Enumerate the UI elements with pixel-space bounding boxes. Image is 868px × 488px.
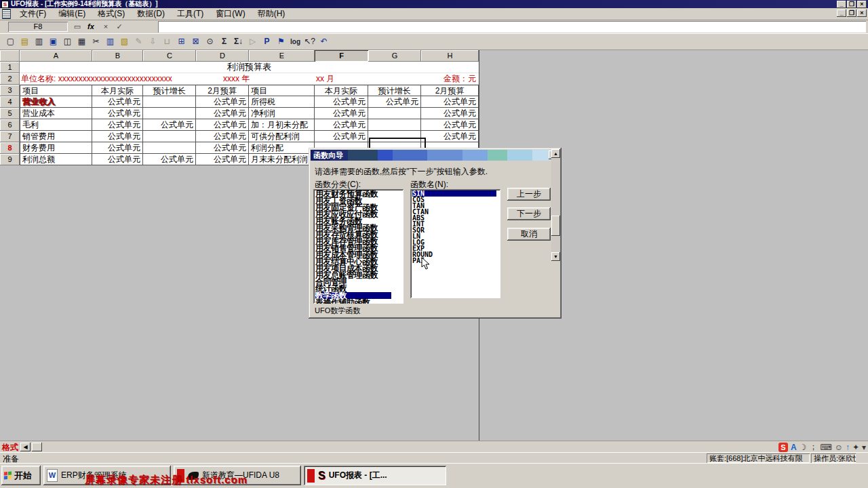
function-item[interactable]: INT	[412, 221, 500, 227]
grid-cell[interactable]: 公式单元	[196, 142, 249, 154]
grid-cell[interactable]: 2月预算	[421, 85, 479, 96]
formula-input[interactable]	[158, 21, 866, 33]
row-header[interactable]: 4	[0, 96, 20, 108]
flag-icon[interactable]: ⚑	[274, 35, 288, 48]
cell-reference-box[interactable]: F8	[8, 22, 68, 32]
restore-button[interactable]: ❐	[847, 1, 856, 8]
function-item[interactable]: ABS	[412, 215, 500, 221]
child-close-button[interactable]: ×	[857, 9, 867, 17]
menu-item[interactable]: 工具(T)	[171, 8, 210, 20]
grid-cell[interactable]: 预计增长	[143, 85, 196, 96]
column-header[interactable]: C	[143, 50, 196, 62]
category-listbox[interactable]: 用友财务预算函数用友工资函数用友固定资产函数用友应收应付函数用友账务函数用友采购…	[313, 189, 403, 304]
moon-icon[interactable]: ☽	[800, 443, 807, 452]
arrow-up-icon[interactable]: ↑	[846, 443, 850, 452]
grid-cell[interactable]: 预计增长	[368, 85, 421, 96]
format-painter-icon[interactable]: ✎	[132, 35, 146, 48]
menu-item[interactable]: 格式(S)	[92, 8, 131, 20]
row-header[interactable]: 9	[0, 154, 20, 165]
cut-icon[interactable]: ✂	[89, 35, 103, 48]
grid-cell[interactable]: 公式单元	[315, 96, 368, 108]
soft-keyboard-icon[interactable]: ⌨	[820, 443, 831, 452]
grid-cell[interactable]: 公式单元	[92, 108, 143, 119]
print-icon[interactable]: ▦	[75, 35, 89, 48]
scrollbar-thumb[interactable]	[551, 216, 560, 236]
open-folder-icon[interactable]: ▤	[18, 35, 32, 48]
grid-cell[interactable]: 财务费用	[20, 142, 92, 154]
sum-down-icon[interactable]: Σ↓	[231, 35, 245, 48]
merge-cells-icon[interactable]: ⊠	[189, 35, 203, 48]
dialog-title-bar[interactable]: 函数向导	[311, 150, 559, 161]
grid-cell[interactable]: 公式单元	[315, 108, 368, 119]
menu-item[interactable]: 文件(F)	[14, 8, 52, 20]
new-doc-icon[interactable]: ▢	[3, 35, 18, 48]
start-button[interactable]: 开始	[1, 466, 41, 485]
column-header[interactable]: E	[249, 50, 315, 62]
grid-cell[interactable]: 可供分配利润	[249, 131, 315, 142]
grid-cell[interactable]: 公式单元	[315, 131, 368, 142]
grid-cell[interactable]	[368, 119, 421, 131]
grid-cell[interactable]: 项目	[20, 85, 92, 96]
category-scrollbar[interactable]: ▲ ▼	[551, 149, 560, 261]
grid-cell[interactable]: 公式单元	[421, 131, 479, 142]
function-item[interactable]: SQR	[412, 227, 500, 233]
copy-icon[interactable]: ▥	[103, 35, 117, 48]
grid-cell[interactable]: 公式单元	[143, 154, 196, 165]
grid-cell[interactable]: 加：月初未分配	[249, 119, 315, 131]
grid-cell[interactable]: 公式单元	[92, 154, 143, 165]
grid-cell[interactable]: 公式单元	[196, 96, 249, 108]
grid-cell[interactable]: 公式单元	[92, 119, 143, 131]
grid-cell[interactable]: 公式单元	[421, 96, 479, 108]
grid-cell[interactable]: 公式单元	[315, 119, 368, 131]
child-restore-button[interactable]: ❐	[847, 9, 856, 17]
row-header[interactable]: 1	[0, 62, 20, 73]
grid-cell[interactable]	[143, 108, 196, 119]
collapse-arrow-icon[interactable]: ▾	[862, 443, 866, 452]
grid-cell[interactable]: 利润总额	[20, 154, 92, 165]
grid-cell[interactable]: 本月实际	[92, 85, 143, 96]
grid-cell[interactable]: 项目	[249, 85, 315, 96]
menu-item[interactable]: 帮助(H)	[252, 8, 292, 20]
grid-cell[interactable]: 公式单元	[143, 119, 196, 131]
grid-cell[interactable]	[143, 142, 196, 154]
unit-info-cell[interactable]: 单位名称: xxxxxxxxxxxxxxxxxxxxxxxxxxxx xxxx …	[20, 73, 479, 85]
row-header[interactable]: 6	[0, 119, 20, 131]
wrench-icon[interactable]: ✦	[852, 443, 859, 452]
column-header[interactable]: H	[421, 50, 479, 62]
grid-cell[interactable]: 公式单元	[92, 131, 143, 142]
tab-scroll-left-icon[interactable]: ◀	[20, 443, 31, 451]
column-header[interactable]: B	[92, 50, 143, 62]
previous-step-button[interactable]: 上一步	[507, 188, 551, 201]
grid-cell[interactable]: 公式单元	[196, 119, 249, 131]
tab-scroll-spacer[interactable]	[32, 443, 42, 451]
confirm-entry-icon[interactable]: ✓	[114, 22, 125, 32]
grid-cell[interactable]: 公式单元	[196, 131, 249, 142]
cancel-entry-icon[interactable]: ×	[100, 22, 111, 32]
user-icon[interactable]: ☺	[835, 443, 843, 452]
scroll-down-icon[interactable]: ▼	[551, 252, 560, 261]
sogou-ime-icon[interactable]: S	[778, 443, 788, 452]
table-grid-icon[interactable]: ⊞	[174, 35, 189, 48]
scroll-up-icon[interactable]: ▲	[551, 149, 560, 158]
grid-cell[interactable]: 公式单元	[421, 108, 479, 119]
print-preview-icon[interactable]: ◫	[60, 35, 75, 48]
underline-arrow-icon[interactable]: ⊔	[160, 35, 174, 48]
column-header[interactable]: A	[20, 50, 92, 62]
grid-cell[interactable]: 营业收入	[20, 96, 92, 108]
grid-cell[interactable]: 公式单元	[421, 119, 479, 131]
row-header[interactable]: 3	[0, 85, 20, 96]
grid-cell[interactable]: 本月实际	[315, 85, 368, 96]
copy-page-icon[interactable]: ▥	[32, 35, 46, 48]
sum-icon[interactable]: Σ	[217, 35, 231, 48]
report-title-cell[interactable]: 利润预算表	[20, 62, 479, 73]
function-item[interactable]: CTAN	[412, 209, 500, 215]
function-item[interactable]: SIN	[412, 190, 496, 197]
function-item[interactable]: COS	[412, 197, 500, 203]
save-icon[interactable]: ▣	[46, 35, 60, 48]
row-header[interactable]: 2	[0, 73, 20, 85]
menu-item[interactable]: 编辑(E)	[52, 8, 92, 20]
column-header[interactable]: D	[196, 50, 249, 62]
column-header[interactable]: F	[315, 50, 368, 62]
grid-cell[interactable]: 净利润	[249, 108, 315, 119]
child-minimize-button[interactable]: _	[837, 9, 846, 17]
